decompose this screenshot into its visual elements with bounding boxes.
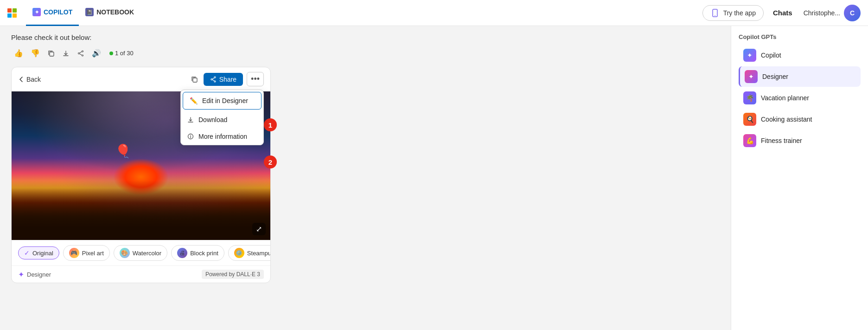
copy-icon bbox=[47, 50, 55, 57]
share-btn-icon bbox=[210, 76, 217, 83]
sidebar-item-copilot[interactable]: ✦ Copilot bbox=[739, 45, 861, 65]
card-copy-button[interactable] bbox=[189, 74, 200, 85]
user-avatar-wrap[interactable]: Christophe... C bbox=[804, 5, 861, 21]
expand-button[interactable]: ⤢ bbox=[252, 223, 266, 235]
microsoft-logo bbox=[7, 8, 17, 18]
please-check-text: Please check it out below: bbox=[11, 33, 720, 41]
watercolor-icon: 🎨 bbox=[120, 248, 130, 258]
pixel-art-icon: 🎮 bbox=[69, 248, 79, 258]
vacation-planner-label: Vacation planner bbox=[761, 94, 809, 102]
share-button[interactable]: Share bbox=[204, 73, 243, 86]
powered-badge: Powered by DALL·E 3 bbox=[202, 270, 264, 279]
balloon-element: 🎈 bbox=[115, 143, 131, 159]
designer-icon: ✦ bbox=[18, 270, 24, 279]
vacation-gpt-icon: 🌴 bbox=[743, 91, 756, 104]
svg-point-8 bbox=[214, 81, 216, 82]
ms-grid-icon bbox=[7, 8, 17, 18]
user-name: Christophe... bbox=[804, 9, 840, 17]
style-pill-pixel-art[interactable]: 🎮 Pixel art bbox=[63, 245, 110, 261]
card-header: Back bbox=[12, 67, 270, 91]
sidebar-item-vacation-planner[interactable]: 🌴 Vacation planner bbox=[739, 88, 861, 108]
steampunk-icon: ⚙️ bbox=[234, 248, 244, 258]
copilot-gpt-label: Copilot bbox=[761, 52, 781, 59]
notebook-tab-icon: 📓 bbox=[85, 8, 94, 16]
download-menu-label: Download bbox=[198, 116, 227, 123]
style-pills: ✓ Original 🎮 Pixel art 🎨 Watercolor 🖨 Bl… bbox=[12, 240, 270, 265]
thumbs-down-button[interactable]: 👎 bbox=[28, 47, 43, 59]
svg-rect-2 bbox=[50, 52, 54, 56]
action-toolbar: 👍 👎 bbox=[11, 47, 720, 59]
thumbs-up-button[interactable]: 👍 bbox=[11, 47, 26, 59]
fitness-gpt-icon: 💪 bbox=[743, 134, 756, 147]
edit-in-designer-button[interactable]: ✏️ Edit in Designer bbox=[183, 92, 262, 110]
copilot-tab-label: COPILOT bbox=[44, 8, 72, 16]
svg-point-7 bbox=[214, 77, 216, 78]
back-button[interactable]: Back bbox=[18, 76, 41, 83]
step-badge-2: 2 bbox=[264, 155, 277, 168]
svg-point-4 bbox=[82, 55, 83, 56]
style-pill-steampunk-label: Steampunk bbox=[247, 250, 270, 257]
style-pill-pixel-art-label: Pixel art bbox=[82, 250, 104, 257]
style-pill-block-print-label: Block print bbox=[190, 250, 218, 257]
download-menu-button[interactable]: Download bbox=[181, 111, 263, 128]
topnav: ✦ COPILOT 📓 NOTEBOOK Try the app Chats C… bbox=[0, 0, 868, 26]
check-icon: ✓ bbox=[24, 249, 30, 257]
image-card: 1 2 Back bbox=[11, 67, 271, 283]
svg-point-5 bbox=[78, 52, 80, 54]
style-pill-original[interactable]: ✓ Original bbox=[18, 246, 59, 259]
designer-gpt-icon: ✦ bbox=[745, 70, 758, 83]
sidebar-section-title: Copilot GPTs bbox=[739, 33, 861, 40]
center-content: Please check it out below: 👍 👎 bbox=[0, 26, 731, 330]
style-pill-steampunk[interactable]: ⚙️ Steampunk bbox=[228, 245, 270, 261]
avatar[interactable]: C bbox=[844, 5, 861, 21]
edit-in-designer-label: Edit in Designer bbox=[202, 97, 248, 104]
share-toolbar-button[interactable] bbox=[74, 48, 87, 59]
copilot-tab[interactable]: ✦ COPILOT bbox=[26, 0, 79, 26]
style-pill-watercolor[interactable]: 🎨 Watercolor bbox=[114, 245, 167, 261]
cooking-gpt-icon: 🍳 bbox=[743, 113, 756, 126]
svg-point-11 bbox=[190, 135, 191, 136]
more-button[interactable]: ••• bbox=[247, 72, 264, 86]
copy-button[interactable] bbox=[45, 48, 57, 59]
green-dot bbox=[109, 52, 113, 55]
style-pill-block-print[interactable]: 🖨 Block print bbox=[171, 245, 224, 261]
info-icon bbox=[187, 133, 194, 140]
edit-icon: ✏️ bbox=[190, 97, 198, 104]
style-pill-original-label: Original bbox=[32, 250, 53, 257]
svg-rect-6 bbox=[193, 78, 197, 82]
back-arrow-icon bbox=[18, 76, 25, 83]
copilot-gpt-icon: ✦ bbox=[743, 49, 756, 62]
designer-label-text: Designer bbox=[27, 271, 51, 278]
main-layout: Please check it out below: 👍 👎 bbox=[0, 26, 868, 330]
card-copy-icon bbox=[191, 76, 198, 83]
count-text: 1 of 30 bbox=[115, 50, 134, 57]
sidebar-item-fitness-trainer[interactable]: 💪 Fitness trainer bbox=[739, 130, 861, 151]
count-badge: 1 of 30 bbox=[106, 49, 137, 58]
dropdown-menu: ✏️ Edit in Designer Download bbox=[180, 90, 264, 145]
chats-label: Chats bbox=[773, 9, 792, 17]
cooking-assistant-label: Cooking assistant bbox=[761, 116, 812, 123]
try-app-label: Try the app bbox=[723, 9, 756, 17]
notebook-tab[interactable]: 📓 NOTEBOOK bbox=[79, 0, 140, 26]
phone-icon bbox=[710, 8, 720, 18]
download-menu-icon bbox=[187, 116, 194, 123]
more-info-label: More information bbox=[198, 133, 247, 140]
right-sidebar: Copilot GPTs ✦ Copilot ✦ Designer 🌴 Vaca… bbox=[731, 26, 868, 330]
sidebar-item-cooking-assistant[interactable]: 🍳 Cooking assistant bbox=[739, 109, 861, 129]
more-info-button[interactable]: More information bbox=[181, 128, 263, 145]
step-badge-1: 1 bbox=[264, 118, 277, 131]
fitness-trainer-label: Fitness trainer bbox=[761, 137, 802, 144]
audio-button[interactable]: 🔊 bbox=[89, 47, 104, 59]
share-icon bbox=[77, 50, 84, 57]
share-label: Share bbox=[219, 76, 236, 83]
mountain-silhouette bbox=[12, 181, 270, 240]
try-app-button[interactable]: Try the app bbox=[702, 5, 764, 21]
style-pill-watercolor-label: Watercolor bbox=[133, 250, 161, 257]
back-label: Back bbox=[26, 76, 41, 83]
sidebar-item-designer[interactable]: ✦ Designer bbox=[739, 66, 861, 87]
copilot-tab-icon: ✦ bbox=[32, 8, 41, 16]
gpt-list: ✦ Copilot ✦ Designer 🌴 Vacation planner … bbox=[739, 45, 861, 151]
block-print-icon: 🖨 bbox=[177, 248, 187, 258]
svg-point-1 bbox=[715, 15, 715, 16]
download-button[interactable] bbox=[59, 48, 72, 59]
